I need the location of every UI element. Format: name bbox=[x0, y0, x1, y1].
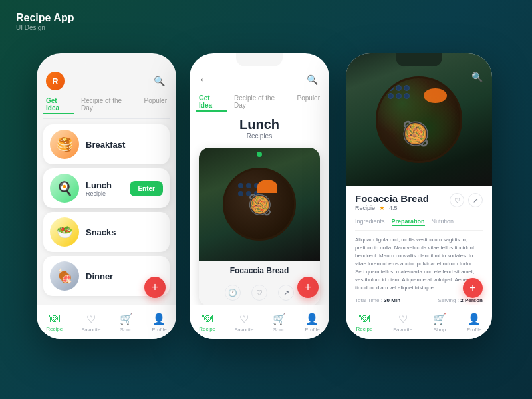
lunch-icon: 🍳 bbox=[50, 174, 79, 203]
profile-label-1: Profile bbox=[152, 327, 167, 332]
serving-label: Serving : bbox=[438, 297, 459, 303]
favorite-icon-3: ♡ bbox=[398, 313, 408, 325]
phone-2: ← 🔍 Get Idea Recipie of the Day Populer … bbox=[190, 53, 329, 339]
tab-preparation[interactable]: Preparation bbox=[392, 218, 425, 226]
favorite-icon-2: ♡ bbox=[239, 313, 249, 325]
tab2-populer[interactable]: Populer bbox=[295, 93, 323, 112]
app-header: Recipe App UI Design bbox=[16, 12, 74, 31]
phone2-content: ← 🔍 Get Idea Recipie of the Day Populer … bbox=[190, 68, 329, 339]
favorite-label-1: Favorite bbox=[81, 327, 100, 332]
bottom-nav-2: 🍽 Recipe ♡ Favorite 🛒 Shop 👤 Profile bbox=[190, 305, 329, 339]
nav-shop-3[interactable]: 🛒 Shop bbox=[433, 313, 446, 332]
heart-button[interactable]: ♡ bbox=[450, 193, 464, 207]
app-subtitle: UI Design bbox=[16, 24, 74, 31]
favorite-icon[interactable]: ♡ bbox=[251, 285, 267, 301]
tab2-get-idea[interactable]: Get Idea bbox=[196, 93, 227, 112]
nav-recipe-2[interactable]: 🍽 Recipe bbox=[199, 313, 215, 332]
bottom-nav-3: 🍽 Recipe ♡ Favorite 🛒 Shop 👤 Profile bbox=[346, 305, 492, 339]
phone-3: 🔍 🥘 Focaccia Bread Re bbox=[346, 53, 492, 339]
lunch-name: Lunch bbox=[86, 180, 123, 190]
nav-profile-1[interactable]: 👤 Profile bbox=[152, 313, 167, 332]
breakfast-icon: 🥞 bbox=[50, 130, 79, 159]
dish-name: Focaccia Bread Recipie ★ 4.5 bbox=[355, 193, 429, 217]
tab-populer[interactable]: Populer bbox=[142, 96, 170, 114]
p3-plate: 🥘 bbox=[376, 76, 462, 163]
menu-item-breakfast[interactable]: 🥞 Breakfast bbox=[43, 124, 170, 164]
total-time: Total Time : 30 Min bbox=[355, 297, 400, 303]
phone2-tabs: Get Idea Recipie of the Day Populer bbox=[190, 90, 329, 116]
shop-label-3: Shop bbox=[434, 327, 446, 332]
phone1-content: R 🔍 Get Idea Recipie of the Day Populer … bbox=[37, 68, 176, 339]
shop-label-1: Shop bbox=[120, 327, 132, 332]
dinner-icon: 🍖 bbox=[50, 261, 79, 291]
tab-nutrition[interactable]: Nutrition bbox=[432, 218, 454, 226]
phone2-topbar: ← 🔍 bbox=[190, 68, 329, 90]
recipe-icon-2: 🍽 bbox=[202, 313, 213, 325]
menu-item-snacks[interactable]: 🥗 Snacks bbox=[43, 212, 170, 252]
orange-slice bbox=[257, 180, 277, 193]
fab-button-3[interactable]: + bbox=[463, 278, 483, 298]
focaccia-name: Focaccia Bread bbox=[355, 193, 429, 204]
nav-shop-2[interactable]: 🛒 Shop bbox=[273, 313, 286, 332]
dish-actions: ♡ ↗ bbox=[450, 193, 483, 207]
notch-1 bbox=[83, 53, 130, 66]
tab2-recipie-day[interactable]: Recipie of the Day bbox=[231, 93, 291, 112]
notch-3 bbox=[396, 53, 442, 66]
card-image: 🥘 bbox=[199, 148, 320, 261]
recipie-label: Recipie bbox=[355, 205, 375, 211]
recipe-label-2: Recipe bbox=[199, 326, 215, 332]
lunch-sub: Recipie bbox=[86, 190, 123, 197]
recipe-label-3: Recipe bbox=[356, 326, 372, 332]
user-avatar[interactable]: R bbox=[46, 72, 65, 90]
share-icon[interactable]: ↗ bbox=[278, 285, 294, 301]
enter-button[interactable]: Enter bbox=[130, 181, 163, 196]
snacks-text: Snacks bbox=[86, 227, 163, 237]
tab-ingredients[interactable]: Ingredients bbox=[355, 218, 385, 226]
shop-label-2: Shop bbox=[273, 327, 285, 332]
nav-profile-2[interactable]: 👤 Profile bbox=[305, 313, 320, 332]
fab-button-2[interactable]: + bbox=[297, 277, 319, 298]
food-plate: 🥘 bbox=[223, 168, 296, 241]
search-icon[interactable]: 🔍 bbox=[151, 73, 167, 89]
total-time-value: 30 Min bbox=[384, 297, 400, 303]
profile-icon-1: 👤 bbox=[152, 313, 166, 325]
recipe-icon-1: 🍽 bbox=[49, 313, 60, 325]
phone1-tabs: Get Idea Recipie of the Day Populer bbox=[37, 93, 176, 118]
time-icon[interactable]: 🕐 bbox=[225, 285, 241, 301]
favorite-label-3: Favorite bbox=[393, 327, 412, 332]
snacks-name: Snacks bbox=[86, 227, 163, 237]
shop-icon-3: 🛒 bbox=[433, 313, 446, 325]
fab-button-1[interactable]: + bbox=[144, 277, 166, 298]
bottom-nav-1: 🍽 Recipe ♡ Favorite 🛒 Shop 👤 Profile bbox=[37, 305, 176, 339]
recipe-icon-3: 🍽 bbox=[359, 313, 370, 325]
green-indicator bbox=[257, 152, 262, 157]
rating-value: 4.5 bbox=[389, 205, 398, 211]
recipie-row: Recipie ★ 4.5 bbox=[355, 204, 429, 211]
nav-favorite-3[interactable]: ♡ Favorite bbox=[393, 313, 412, 332]
serving: Serving : 2 Person bbox=[438, 297, 483, 303]
share-button[interactable]: ↗ bbox=[468, 193, 483, 207]
footer-row: Total Time : 30 Min Serving : 2 Person bbox=[355, 297, 483, 303]
back-button[interactable]: ← bbox=[199, 74, 209, 86]
serving-value: 2 Person bbox=[460, 297, 483, 303]
detail-tabs: Ingredients Preparation Nutrition bbox=[355, 218, 483, 231]
p3-orange-slice bbox=[424, 88, 447, 103]
profile-label-2: Profile bbox=[305, 327, 320, 332]
profile-icon-2: 👤 bbox=[305, 313, 319, 325]
search-icon-2[interactable]: 🔍 bbox=[304, 72, 320, 88]
menu-list: 🥞 Breakfast 🍳 Lunch Recipie Enter 🥗 Snac… bbox=[37, 119, 176, 301]
nav-favorite-2[interactable]: ♡ Favorite bbox=[234, 313, 253, 332]
nav-shop-1[interactable]: 🛒 Shop bbox=[120, 313, 133, 332]
tab-recipie-day[interactable]: Recipie of the Day bbox=[78, 96, 138, 114]
snacks-icon: 🥗 bbox=[50, 217, 79, 247]
app-title: Recipe App bbox=[16, 12, 74, 24]
phone3-content: 🔍 🥘 Focaccia Bread Re bbox=[346, 53, 492, 339]
menu-item-lunch[interactable]: 🍳 Lunch Recipie Enter bbox=[43, 168, 170, 208]
nav-recipe-1[interactable]: 🍽 Recipe bbox=[46, 313, 63, 332]
lunch-text: Lunch Recipie bbox=[86, 180, 123, 197]
nav-favorite-1[interactable]: ♡ Favorite bbox=[81, 313, 100, 332]
nav-profile-3[interactable]: 👤 Profile bbox=[467, 313, 482, 332]
nav-recipe-3[interactable]: 🍽 Recipe bbox=[356, 313, 372, 332]
tab-get-idea[interactable]: Get Idea bbox=[43, 96, 74, 114]
phone-1: R 🔍 Get Idea Recipie of the Day Populer … bbox=[37, 53, 176, 339]
